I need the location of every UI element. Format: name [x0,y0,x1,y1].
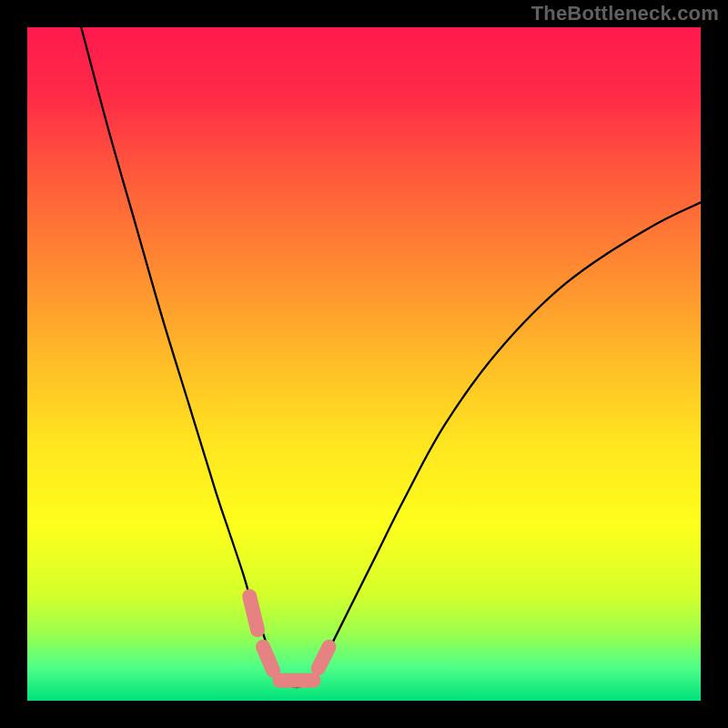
marker-segment [263,647,273,671]
watermark-text: TheBottleneck.com [531,2,719,25]
chart-container: TheBottleneck.com [0,0,728,728]
marker-segment [318,647,329,669]
marker-segment [249,596,258,630]
plot-area [27,27,701,701]
bottleneck-chart [0,0,728,728]
